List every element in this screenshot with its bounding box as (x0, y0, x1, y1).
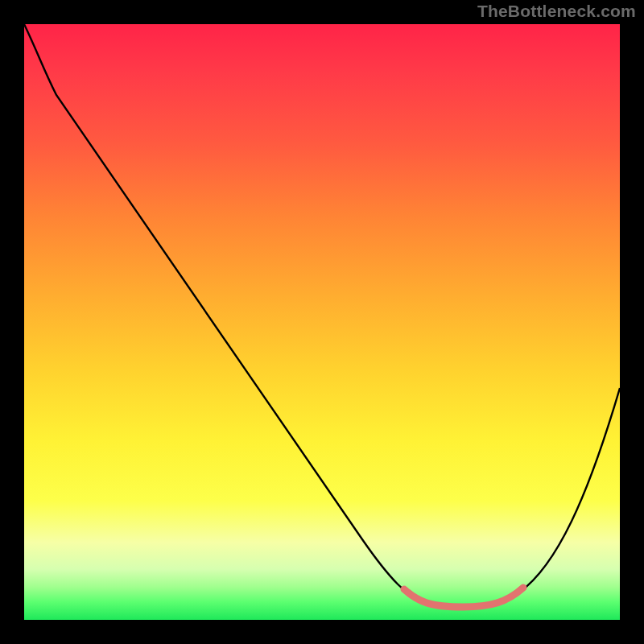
watermark-label: TheBottleneck.com (477, 2, 636, 21)
gradient-plot-area (24, 24, 620, 620)
chart-frame: TheBottleneck.com (0, 0, 644, 644)
